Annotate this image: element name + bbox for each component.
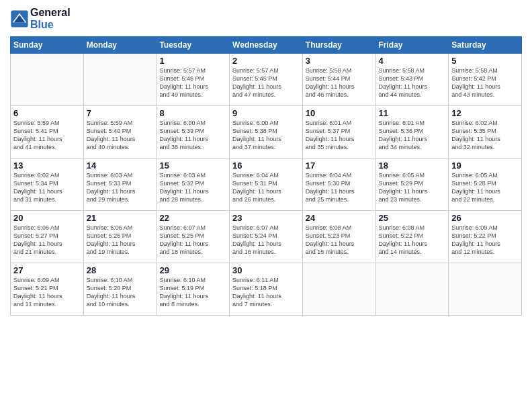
day-number: 6 bbox=[13, 108, 81, 118]
day-cell: 28Sunrise: 6:10 AM Sunset: 5:20 PM Dayli… bbox=[83, 263, 157, 316]
day-cell: 7Sunrise: 5:59 AM Sunset: 5:40 PM Daylig… bbox=[83, 106, 157, 158]
day-number: 12 bbox=[451, 108, 519, 118]
day-number: 15 bbox=[159, 161, 226, 171]
day-detail: Sunrise: 6:09 AM Sunset: 5:22 PM Dayligh… bbox=[451, 224, 519, 257]
day-cell: 25Sunrise: 6:08 AM Sunset: 5:22 PM Dayli… bbox=[375, 211, 449, 263]
week-row-4: 20Sunrise: 6:06 AM Sunset: 5:27 PM Dayli… bbox=[11, 211, 522, 263]
weekday-header-row: SundayMondayTuesdayWednesdayThursdayFrid… bbox=[11, 37, 522, 54]
day-detail: Sunrise: 6:09 AM Sunset: 5:21 PM Dayligh… bbox=[13, 276, 81, 309]
weekday-header-monday: Monday bbox=[83, 37, 157, 54]
logo-icon bbox=[10, 9, 29, 28]
week-row-3: 13Sunrise: 6:02 AM Sunset: 5:34 PM Dayli… bbox=[11, 158, 522, 211]
week-row-1: 1Sunrise: 5:57 AM Sunset: 5:46 PM Daylig… bbox=[11, 54, 522, 106]
day-number: 19 bbox=[451, 161, 519, 171]
day-number: 11 bbox=[379, 108, 446, 118]
day-detail: Sunrise: 6:07 AM Sunset: 5:25 PM Dayligh… bbox=[159, 224, 226, 257]
week-row-2: 6Sunrise: 5:59 AM Sunset: 5:41 PM Daylig… bbox=[11, 106, 522, 158]
day-number: 25 bbox=[379, 213, 446, 223]
day-cell bbox=[11, 54, 84, 106]
page: General Blue SundayMondayTuesdayWednesda… bbox=[0, 0, 532, 411]
day-cell: 10Sunrise: 6:01 AM Sunset: 5:37 PM Dayli… bbox=[302, 106, 375, 158]
day-detail: Sunrise: 5:57 AM Sunset: 5:46 PM Dayligh… bbox=[159, 66, 226, 99]
day-cell: 8Sunrise: 6:00 AM Sunset: 5:39 PM Daylig… bbox=[157, 106, 230, 158]
weekday-header-saturday: Saturday bbox=[449, 37, 522, 54]
day-detail: Sunrise: 6:11 AM Sunset: 5:18 PM Dayligh… bbox=[232, 276, 300, 309]
day-cell bbox=[375, 263, 449, 316]
weekday-header-sunday: Sunday bbox=[11, 37, 84, 54]
day-cell: 21Sunrise: 6:06 AM Sunset: 5:26 PM Dayli… bbox=[83, 211, 157, 263]
day-detail: Sunrise: 6:03 AM Sunset: 5:33 PM Dayligh… bbox=[87, 171, 154, 204]
day-detail: Sunrise: 5:57 AM Sunset: 5:45 PM Dayligh… bbox=[232, 66, 300, 99]
day-number: 28 bbox=[87, 265, 154, 275]
day-number: 26 bbox=[451, 213, 519, 223]
day-cell: 5Sunrise: 5:58 AM Sunset: 5:42 PM Daylig… bbox=[449, 54, 522, 106]
day-number: 24 bbox=[306, 213, 373, 223]
weekday-header-friday: Friday bbox=[375, 37, 449, 54]
day-number: 2 bbox=[232, 56, 300, 66]
day-cell: 11Sunrise: 6:01 AM Sunset: 5:36 PM Dayli… bbox=[375, 106, 449, 158]
day-detail: Sunrise: 5:59 AM Sunset: 5:40 PM Dayligh… bbox=[87, 119, 154, 152]
day-number: 3 bbox=[306, 56, 373, 66]
day-detail: Sunrise: 6:04 AM Sunset: 5:30 PM Dayligh… bbox=[306, 171, 373, 204]
day-number: 14 bbox=[87, 161, 154, 171]
day-detail: Sunrise: 6:01 AM Sunset: 5:37 PM Dayligh… bbox=[306, 119, 373, 152]
day-cell: 20Sunrise: 6:06 AM Sunset: 5:27 PM Dayli… bbox=[11, 211, 84, 263]
day-cell: 13Sunrise: 6:02 AM Sunset: 5:34 PM Dayli… bbox=[11, 158, 84, 211]
day-detail: Sunrise: 6:06 AM Sunset: 5:27 PM Dayligh… bbox=[13, 224, 81, 257]
day-cell: 24Sunrise: 6:08 AM Sunset: 5:23 PM Dayli… bbox=[302, 211, 375, 263]
day-cell bbox=[302, 263, 375, 316]
day-cell: 4Sunrise: 5:58 AM Sunset: 5:43 PM Daylig… bbox=[375, 54, 449, 106]
day-detail: Sunrise: 6:03 AM Sunset: 5:32 PM Dayligh… bbox=[159, 171, 226, 204]
day-number: 17 bbox=[306, 161, 373, 171]
day-cell: 3Sunrise: 5:58 AM Sunset: 5:44 PM Daylig… bbox=[302, 54, 375, 106]
day-cell: 16Sunrise: 6:04 AM Sunset: 5:31 PM Dayli… bbox=[230, 158, 303, 211]
day-detail: Sunrise: 6:04 AM Sunset: 5:31 PM Dayligh… bbox=[232, 171, 300, 204]
day-detail: Sunrise: 6:02 AM Sunset: 5:35 PM Dayligh… bbox=[451, 119, 519, 152]
day-detail: Sunrise: 5:58 AM Sunset: 5:43 PM Dayligh… bbox=[379, 66, 446, 99]
calendar: SundayMondayTuesdayWednesdayThursdayFrid… bbox=[10, 36, 522, 316]
day-detail: Sunrise: 5:58 AM Sunset: 5:44 PM Dayligh… bbox=[306, 66, 373, 99]
day-cell: 6Sunrise: 5:59 AM Sunset: 5:41 PM Daylig… bbox=[11, 106, 84, 158]
day-detail: Sunrise: 6:00 AM Sunset: 5:39 PM Dayligh… bbox=[159, 119, 226, 152]
day-detail: Sunrise: 6:08 AM Sunset: 5:23 PM Dayligh… bbox=[306, 224, 373, 257]
day-detail: Sunrise: 6:10 AM Sunset: 5:19 PM Dayligh… bbox=[159, 276, 226, 309]
logo: General Blue bbox=[10, 7, 71, 31]
day-number: 20 bbox=[13, 213, 81, 223]
day-number: 27 bbox=[13, 265, 81, 275]
logo-text: General Blue bbox=[30, 7, 71, 31]
day-number: 5 bbox=[451, 56, 519, 66]
day-number: 8 bbox=[159, 108, 226, 118]
day-detail: Sunrise: 6:02 AM Sunset: 5:34 PM Dayligh… bbox=[13, 171, 81, 204]
header: General Blue bbox=[10, 7, 522, 31]
day-detail: Sunrise: 6:00 AM Sunset: 5:38 PM Dayligh… bbox=[232, 119, 300, 152]
day-cell bbox=[83, 54, 157, 106]
day-detail: Sunrise: 6:05 AM Sunset: 5:28 PM Dayligh… bbox=[451, 171, 519, 204]
day-number: 10 bbox=[306, 108, 373, 118]
day-cell: 15Sunrise: 6:03 AM Sunset: 5:32 PM Dayli… bbox=[157, 158, 230, 211]
weekday-header-wednesday: Wednesday bbox=[230, 37, 303, 54]
day-cell: 23Sunrise: 6:07 AM Sunset: 5:24 PM Dayli… bbox=[230, 211, 303, 263]
day-number: 13 bbox=[13, 161, 81, 171]
day-number: 30 bbox=[232, 265, 300, 275]
day-cell: 9Sunrise: 6:00 AM Sunset: 5:38 PM Daylig… bbox=[230, 106, 303, 158]
day-number: 16 bbox=[232, 161, 300, 171]
day-number: 21 bbox=[87, 213, 154, 223]
day-number: 9 bbox=[232, 108, 300, 118]
day-number: 1 bbox=[159, 56, 226, 66]
day-cell: 19Sunrise: 6:05 AM Sunset: 5:28 PM Dayli… bbox=[449, 158, 522, 211]
day-number: 7 bbox=[87, 108, 154, 118]
day-detail: Sunrise: 5:59 AM Sunset: 5:41 PM Dayligh… bbox=[13, 119, 81, 152]
day-detail: Sunrise: 6:01 AM Sunset: 5:36 PM Dayligh… bbox=[379, 119, 446, 152]
day-cell: 22Sunrise: 6:07 AM Sunset: 5:25 PM Dayli… bbox=[157, 211, 230, 263]
day-number: 23 bbox=[232, 213, 300, 223]
day-cell: 30Sunrise: 6:11 AM Sunset: 5:18 PM Dayli… bbox=[230, 263, 303, 316]
day-number: 29 bbox=[159, 265, 226, 275]
day-number: 22 bbox=[159, 213, 226, 223]
day-number: 18 bbox=[379, 161, 446, 171]
day-cell: 14Sunrise: 6:03 AM Sunset: 5:33 PM Dayli… bbox=[83, 158, 157, 211]
day-cell: 17Sunrise: 6:04 AM Sunset: 5:30 PM Dayli… bbox=[302, 158, 375, 211]
day-detail: Sunrise: 6:10 AM Sunset: 5:20 PM Dayligh… bbox=[87, 276, 154, 309]
day-detail: Sunrise: 5:58 AM Sunset: 5:42 PM Dayligh… bbox=[451, 66, 519, 99]
day-cell: 27Sunrise: 6:09 AM Sunset: 5:21 PM Dayli… bbox=[11, 263, 84, 316]
day-detail: Sunrise: 6:05 AM Sunset: 5:29 PM Dayligh… bbox=[379, 171, 446, 204]
